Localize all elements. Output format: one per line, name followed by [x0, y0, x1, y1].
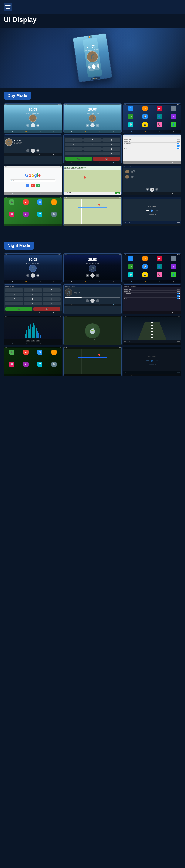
night-num-0[interactable]: 0 [24, 302, 42, 305]
night-num-hash[interactable]: # [43, 302, 60, 305]
day-num-star[interactable]: * [65, 152, 83, 155]
night-launch-podcasts[interactable]: 🎙 [23, 362, 28, 367]
night-app-social[interactable]: 👤 [171, 272, 176, 277]
day-bt-prev[interactable]: ⏮ [26, 149, 29, 152]
day-launch-podcasts[interactable]: 🎙 [23, 212, 28, 217]
night-app-settings[interactable]: ⚙ [171, 256, 176, 261]
day-num-5[interactable]: 5 [83, 143, 101, 146]
night-launch-settings[interactable]: ⚙ [51, 362, 57, 367]
day-launch-maps[interactable]: 🗺 [37, 212, 43, 217]
night-launch-music[interactable]: ♪ [51, 349, 57, 355]
day-np-play[interactable]: ▶ [151, 208, 154, 213]
day-end-btn[interactable]: 📵 [93, 157, 120, 161]
night-bt-prev[interactable]: ⏮ [86, 299, 89, 302]
hero-prev-btn[interactable]: ⏮ [88, 65, 91, 69]
night-app-bt[interactable]: 🔵 [157, 264, 162, 269]
day-num-6[interactable]: 6 [102, 143, 120, 146]
day-app-bt[interactable]: 🔵 [157, 114, 162, 119]
day-play-2[interactable]: ⏸ [90, 123, 95, 127]
day-app-extra[interactable]: ⊞ [171, 114, 176, 119]
night-bt-call-close[interactable]: ✕ [59, 285, 60, 287]
day-bt-auto-connect-toggle[interactable] [177, 145, 180, 147]
day-google-shortcut-3[interactable]: M [36, 184, 40, 187]
day-num-3[interactable]: 3 [102, 138, 120, 142]
night-play-2[interactable]: ⏸ [90, 273, 95, 278]
night-num-6[interactable]: 6 [43, 293, 60, 297]
night-bt-settings-close[interactable]: ✕ [179, 285, 180, 287]
night-play-1[interactable]: ⏸ [31, 273, 35, 278]
day-launch-messages[interactable]: ✉ [37, 199, 43, 205]
night-np-play[interactable]: ▶ [151, 358, 154, 363]
night-app-camera[interactable]: 📷 [142, 272, 148, 277]
day-prev-1[interactable]: ⏮ [26, 124, 29, 127]
night-num-8[interactable]: 8 [24, 297, 42, 301]
day-app-phone[interactable]: 📞 [157, 122, 162, 127]
day-np-next[interactable]: ⏭ [156, 209, 158, 212]
day-app-maps[interactable]: 🗺 [128, 114, 133, 119]
night-app-youtube[interactable]: ▶ [157, 256, 162, 261]
day-launch-phone[interactable]: 📞 [9, 199, 14, 205]
night-launch-messages[interactable]: ✉ [37, 349, 43, 355]
day-launch-youtube[interactable]: ▶ [23, 199, 28, 205]
night-end-btn[interactable]: 📵 [33, 307, 60, 311]
night-bt-next[interactable]: ⏭ [96, 299, 99, 302]
day-num-1[interactable]: 1 [65, 138, 83, 142]
night-app-extra[interactable]: ⊞ [171, 264, 176, 269]
day-num-7[interactable]: 7 [65, 147, 83, 151]
day-app-settings[interactable]: ⚙ [171, 106, 176, 111]
night-next-2[interactable]: ⏭ [96, 274, 99, 277]
day-go-button[interactable]: GO [115, 192, 120, 194]
night-app-wifi[interactable]: 📡 [128, 272, 133, 277]
day-bt-power-toggle[interactable] [177, 148, 180, 149]
menu-icon[interactable]: ≡ [179, 4, 181, 10]
night-prev-2[interactable]: ⏮ [86, 274, 89, 277]
night-np-prev[interactable]: ⏮ [146, 359, 149, 362]
day-google-shortcut-1[interactable]: G [26, 184, 29, 187]
day-play-1[interactable]: ⏸ [31, 123, 35, 127]
day-app-camera[interactable]: 📷 [142, 122, 148, 127]
night-app-telegram[interactable]: ✈ [128, 256, 133, 261]
day-google-search-bar[interactable]: 🔍 Search [10, 180, 56, 182]
night-bt-power-toggle[interactable] [177, 298, 180, 300]
night-num-9[interactable]: 9 [43, 297, 60, 301]
day-app-social[interactable]: 👤 [171, 122, 176, 127]
night-call-btn[interactable]: 📞 [5, 307, 32, 311]
night-app-wechat[interactable]: 💬 [142, 264, 148, 269]
day-app-youtube[interactable]: ▶ [157, 106, 162, 111]
night-next-1[interactable]: ⏭ [36, 274, 39, 277]
day-num-2[interactable]: 2 [83, 138, 101, 142]
night-bt-auto-connect-toggle[interactable] [177, 296, 180, 297]
night-eq-ctrl-1[interactable]: EQ [26, 340, 30, 342]
day-google-shortcut-2[interactable]: Y [31, 184, 35, 187]
night-launch-phone[interactable]: 📞 [9, 349, 14, 355]
day-social-play[interactable]: ⏸ [150, 188, 154, 192]
day-social-prev[interactable]: ⏮ [146, 188, 149, 191]
day-bt-music-close[interactable]: ✕ [59, 135, 60, 137]
night-prev-1[interactable]: ⏮ [26, 274, 29, 277]
day-app-telegram[interactable]: ✈ [128, 106, 133, 111]
night-num-2[interactable]: 2 [24, 288, 42, 292]
night-np-next[interactable]: ⏭ [156, 359, 158, 362]
day-next-1[interactable]: ⏭ [36, 124, 39, 127]
day-launch-music[interactable]: ♪ [51, 199, 57, 205]
day-num-hash[interactable]: # [102, 152, 120, 155]
hero-next-btn[interactable]: ⏭ [97, 64, 100, 68]
day-num-4[interactable]: 4 [65, 143, 83, 146]
day-call-btn[interactable]: 📞 [65, 157, 92, 161]
night-eq-ctrl-3[interactable]: FX [36, 340, 40, 342]
day-prev-2[interactable]: ⏮ [86, 124, 89, 127]
day-app-wifi[interactable]: 📡 [128, 122, 133, 127]
day-launch-settings[interactable]: ⚙ [51, 212, 57, 217]
night-bt-auto-answer-toggle[interactable] [177, 293, 180, 294]
day-np-prev[interactable]: ⏮ [146, 209, 149, 212]
day-num-9[interactable]: 9 [102, 147, 120, 151]
night-eq-ctrl-2[interactable]: DSP [31, 340, 35, 342]
day-num-8[interactable]: 8 [83, 147, 101, 151]
day-social-item-1[interactable]: 华年_祁隆.mp4 8.1 mb? [124, 169, 180, 174]
day-launch-news[interactable]: 📰 [9, 212, 14, 217]
night-app-music[interactable]: ♪ [142, 256, 148, 261]
night-num-3[interactable]: 3 [43, 288, 60, 292]
night-num-star[interactable]: * [5, 302, 23, 305]
day-num-0[interactable]: 0 [83, 152, 101, 155]
day-social-next[interactable]: ⏭ [155, 188, 158, 191]
